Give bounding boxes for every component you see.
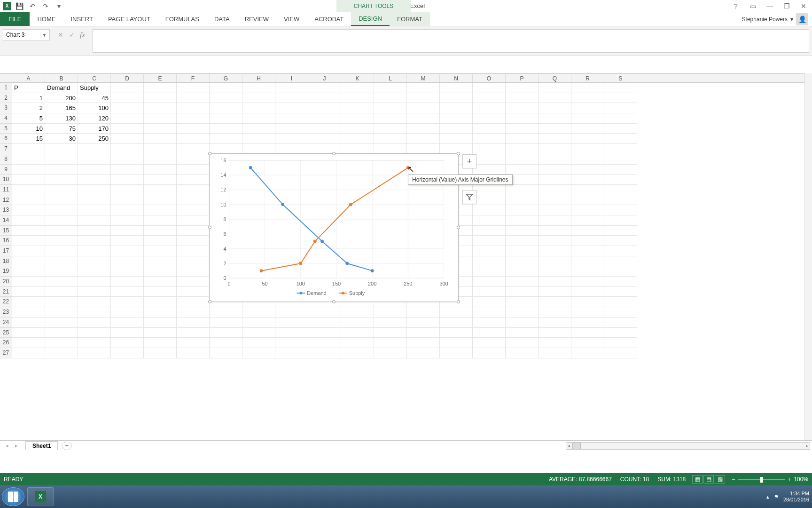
row-header[interactable]: 12: [0, 195, 12, 206]
cell[interactable]: [45, 266, 78, 277]
cell[interactable]: [45, 307, 78, 318]
cell[interactable]: [571, 185, 604, 195]
cell[interactable]: [440, 328, 473, 338]
cell[interactable]: [12, 277, 45, 287]
cell[interactable]: [473, 154, 506, 165]
cell[interactable]: [111, 195, 144, 206]
help-button[interactable]: ?: [729, 1, 742, 11]
cell[interactable]: [374, 144, 407, 154]
cell[interactable]: 75: [45, 124, 78, 134]
cell[interactable]: [473, 124, 506, 134]
row-header[interactable]: 26: [0, 338, 12, 348]
cell[interactable]: [539, 124, 571, 134]
cell[interactable]: [45, 185, 78, 195]
column-header[interactable]: K: [341, 74, 374, 82]
row-header[interactable]: 4: [0, 113, 12, 124]
cell[interactable]: [111, 226, 144, 236]
cell[interactable]: [473, 328, 506, 338]
column-header[interactable]: B: [45, 74, 78, 82]
cell[interactable]: [45, 226, 78, 236]
cell[interactable]: [341, 144, 374, 154]
tray-arrow-icon[interactable]: ▴: [766, 494, 769, 500]
cell[interactable]: [144, 93, 177, 103]
cell[interactable]: [539, 93, 571, 103]
cell[interactable]: [571, 93, 604, 103]
cell[interactable]: [177, 205, 210, 215]
cell[interactable]: [45, 205, 78, 215]
row-header[interactable]: 20: [0, 277, 12, 287]
cell[interactable]: [440, 134, 473, 144]
cell[interactable]: [440, 124, 473, 134]
zoom-level[interactable]: 100%: [794, 476, 808, 483]
cell[interactable]: [341, 83, 374, 93]
cell[interactable]: [111, 175, 144, 185]
cell[interactable]: 165: [45, 103, 78, 113]
row-header[interactable]: 23: [0, 307, 12, 318]
cell[interactable]: [210, 113, 242, 124]
cell[interactable]: [275, 328, 308, 338]
row-header[interactable]: 22: [0, 297, 12, 307]
column-header[interactable]: L: [374, 74, 407, 82]
cell[interactable]: [12, 205, 45, 215]
cell[interactable]: [144, 103, 177, 113]
row-header[interactable]: 15: [0, 226, 12, 236]
cancel-formula-icon[interactable]: ✕: [55, 30, 66, 40]
cell[interactable]: [45, 318, 78, 328]
view-normal-button[interactable]: ▦: [692, 475, 703, 484]
cell[interactable]: [275, 307, 308, 318]
cell[interactable]: [78, 328, 111, 338]
cell[interactable]: [506, 134, 539, 144]
cell[interactable]: [473, 93, 506, 103]
cell[interactable]: [440, 83, 473, 93]
cell[interactable]: [210, 144, 242, 154]
cell[interactable]: [144, 266, 177, 277]
cell[interactable]: [571, 338, 604, 348]
cell[interactable]: [275, 124, 308, 134]
cell[interactable]: [78, 215, 111, 226]
cell[interactable]: [177, 93, 210, 103]
cell[interactable]: [78, 287, 111, 297]
cell[interactable]: [45, 175, 78, 185]
cell[interactable]: [506, 226, 539, 236]
cell[interactable]: [440, 103, 473, 113]
enter-formula-icon[interactable]: ✓: [67, 30, 77, 40]
cell[interactable]: [177, 175, 210, 185]
row-header[interactable]: 8: [0, 154, 12, 165]
cell[interactable]: [571, 103, 604, 113]
cell[interactable]: [473, 307, 506, 318]
row-header[interactable]: 19: [0, 266, 12, 277]
cell[interactable]: [144, 83, 177, 93]
cell[interactable]: [210, 318, 242, 328]
cell[interactable]: [374, 83, 407, 93]
tab-view[interactable]: VIEW: [276, 12, 307, 26]
cell[interactable]: [604, 307, 637, 318]
cell[interactable]: [144, 297, 177, 307]
taskbar-excel-button[interactable]: X: [27, 487, 54, 506]
cell[interactable]: [407, 144, 440, 154]
system-tray[interactable]: ▴ ⚑ 1:34 PM 28/01/2016: [766, 491, 809, 503]
cell[interactable]: [308, 83, 341, 93]
row-header[interactable]: 10: [0, 175, 12, 185]
cell[interactable]: [341, 124, 374, 134]
cell[interactable]: [539, 328, 571, 338]
cell[interactable]: [210, 93, 242, 103]
cell[interactable]: [144, 113, 177, 124]
cell[interactable]: [242, 124, 275, 134]
cell[interactable]: [604, 277, 637, 287]
zoom-in-button[interactable]: +: [788, 476, 791, 483]
cell[interactable]: [506, 215, 539, 226]
cell[interactable]: [440, 338, 473, 348]
cell[interactable]: [45, 328, 78, 338]
cell[interactable]: [374, 134, 407, 144]
cell[interactable]: [604, 103, 637, 113]
cell[interactable]: [78, 175, 111, 185]
cell[interactable]: [506, 195, 539, 206]
sheet-tab-sheet1[interactable]: Sheet1: [25, 441, 58, 450]
cell[interactable]: [473, 165, 506, 175]
cell[interactable]: [177, 338, 210, 348]
cell[interactable]: [506, 287, 539, 297]
cell[interactable]: [144, 205, 177, 215]
cell[interactable]: [177, 215, 210, 226]
cell[interactable]: [604, 246, 637, 256]
cell[interactable]: [210, 307, 242, 318]
